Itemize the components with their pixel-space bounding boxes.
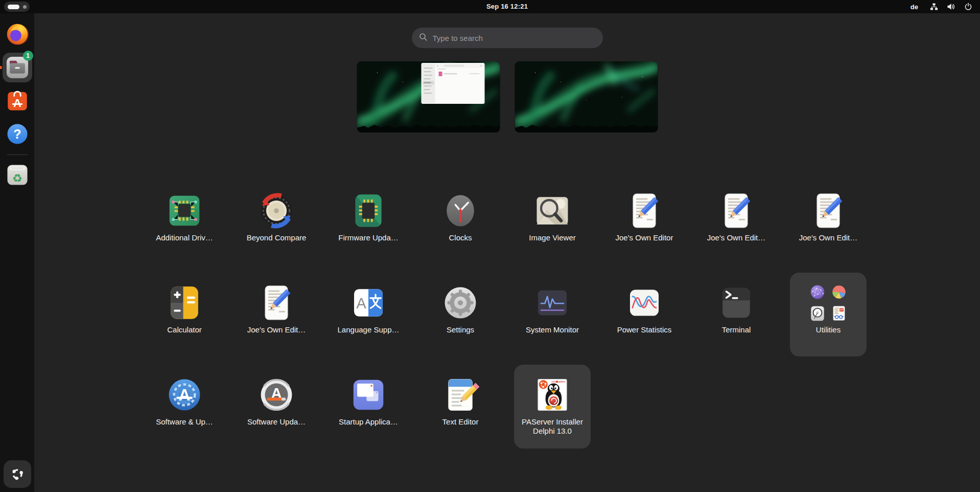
- image-viewer-icon: [532, 191, 572, 231]
- svg-text:♻: ♻: [12, 172, 22, 185]
- app-label: Power Statistics: [617, 325, 672, 334]
- ubuntu-logo-icon: [7, 463, 28, 485]
- software-and-updates-icon: A: [165, 375, 204, 415]
- language-support-icon: A: [348, 283, 388, 323]
- log-viewer-icon: [830, 305, 848, 322]
- running-indicator-dot: [0, 66, 2, 69]
- app-tile-startup-applica[interactable]: Startup Applica…: [330, 365, 407, 449]
- app-tile-text-editor[interactable]: Text Editor: [422, 365, 499, 449]
- workspace-dot-inactive: [23, 5, 27, 9]
- search-bar[interactable]: [412, 28, 603, 48]
- app-tile-joe-s-own-edit[interactable]: Joe's Own Edit…: [698, 181, 775, 264]
- dash-dock: 1A?♻: [0, 13, 34, 492]
- folder-preview: [808, 283, 848, 323]
- app-tile-power-statistics[interactable]: Power Statistics: [606, 273, 683, 356]
- app-tile-language-supp[interactable]: ALanguage Supp…: [330, 273, 407, 356]
- activities-overview: Sep 16 12:21 de 1A?♻: [0, 0, 980, 492]
- app-tile-additional-driv[interactable]: Additional Driv…: [146, 181, 223, 264]
- app-label: Firmware Upda…: [338, 233, 399, 242]
- dock-item-app-center[interactable]: A: [3, 86, 32, 116]
- workspace-dot-active: [8, 5, 19, 9]
- app-label: Joe's Own Edit…: [707, 233, 766, 242]
- dock-item-help[interactable]: ?: [3, 119, 32, 149]
- firmware-updater-icon: [348, 191, 388, 231]
- svg-text:A: A: [179, 386, 191, 404]
- top-bar: Sep 16 12:21 de: [0, 0, 980, 13]
- app-label: Terminal: [722, 325, 751, 334]
- app-tile-beyond-compare[interactable]: Beyond Compare: [238, 181, 315, 264]
- app-label: Joe's Own Edit…: [247, 325, 306, 334]
- network-tools-icon: [809, 283, 826, 301]
- joe-editor-icon: [808, 191, 848, 231]
- software-updater-icon: A: [256, 375, 296, 415]
- keyboard-layout-indicator[interactable]: de: [911, 3, 918, 11]
- app-label: Beyond Compare: [247, 233, 307, 242]
- network-icon[interactable]: [930, 3, 938, 11]
- firefox-icon: [5, 21, 30, 47]
- app-tile-system-monitor[interactable]: System Monitor: [514, 273, 591, 356]
- app-label: Software Upda…: [247, 417, 306, 427]
- clock-button[interactable]: Sep 16 12:21: [34, 0, 980, 13]
- app-label: Clocks: [449, 233, 472, 242]
- overview-content: Additional Driv…Beyond CompareFirmware U…: [34, 13, 980, 492]
- app-label: Text Editor: [442, 417, 479, 427]
- mini-files-window: [421, 63, 484, 104]
- dock-item-trash[interactable]: ♻: [3, 160, 32, 190]
- terminal-icon: [716, 283, 756, 323]
- svg-text:A: A: [13, 97, 21, 109]
- startup-applications-icon: [348, 375, 388, 415]
- app-center-icon: A: [5, 88, 30, 114]
- app-grid: Additional Driv…Beyond CompareFirmware U…: [138, 181, 874, 457]
- quick-settings[interactable]: de: [911, 0, 980, 13]
- system-monitor-icon: [532, 283, 572, 323]
- text-editor-icon: [440, 375, 480, 415]
- app-tile-software-upda[interactable]: ASoftware Upda…: [238, 365, 315, 449]
- app-label: Utilities: [816, 325, 841, 334]
- notification-badge: 1: [23, 51, 33, 61]
- app-tile-joe-s-own-editor[interactable]: Joe's Own Editor: [606, 181, 683, 264]
- power-statistics-icon: [624, 283, 664, 323]
- settings-icon: [440, 283, 480, 323]
- app-tile-joe-s-own-edit[interactable]: Joe's Own Edit…: [790, 181, 867, 264]
- search-input[interactable]: [433, 34, 596, 42]
- app-tile-terminal[interactable]: Terminal: [698, 273, 775, 356]
- svg-text:mbarcadero: mbarcadero: [551, 380, 565, 383]
- volume-icon[interactable]: [947, 3, 955, 11]
- show-apps-button[interactable]: [4, 460, 31, 488]
- workspace-thumbnail-2[interactable]: [515, 61, 658, 132]
- app-tile-calculator[interactable]: Calculator: [146, 273, 223, 356]
- joe-editor-icon: [256, 283, 296, 323]
- dock-item-files[interactable]: 1: [3, 53, 32, 82]
- beyond-compare-icon: [256, 191, 296, 231]
- app-tile-clocks[interactable]: Clocks: [422, 181, 499, 264]
- app-label: Calculator: [167, 325, 202, 334]
- app-folder-utilities[interactable]: Utilities: [790, 273, 867, 356]
- app-label: Additional Driv…: [156, 233, 213, 242]
- app-label: Software & Up…: [156, 417, 213, 427]
- clocks-icon: [440, 191, 480, 231]
- workspace-thumbnail-1[interactable]: [357, 61, 500, 132]
- app-label: System Monitor: [526, 325, 579, 334]
- app-tile-software-up[interactable]: ASoftware & Up…: [146, 365, 223, 449]
- app-tile-image-viewer[interactable]: Image Viewer: [514, 181, 591, 264]
- app-tile-paserver-installer-delphi-13-0[interactable]: mbarcaderoPAServer Installer Delphi 13.0: [514, 365, 591, 449]
- additional-drivers-icon: [165, 191, 204, 231]
- app-label: PAServer Installer Delphi 13.0: [515, 417, 590, 436]
- power-icon[interactable]: [964, 3, 972, 11]
- calculator-icon: [165, 283, 204, 323]
- pie-chart-icon: [830, 283, 848, 301]
- help-icon: ?: [5, 121, 30, 147]
- dock-item-firefox[interactable]: [3, 19, 32, 49]
- disks-icon: [809, 305, 826, 322]
- dock-separator: [7, 154, 28, 155]
- app-tile-joe-s-own-edit[interactable]: Joe's Own Edit…: [238, 273, 315, 356]
- svg-text:?: ?: [13, 127, 21, 141]
- app-label: Language Supp…: [338, 325, 400, 334]
- search-icon: [419, 33, 428, 43]
- app-tile-settings[interactable]: Settings: [422, 273, 499, 356]
- app-tile-firmware-upda[interactable]: Firmware Upda…: [330, 181, 407, 264]
- workspace-indicator[interactable]: [4, 2, 30, 12]
- app-label: Joe's Own Edit…: [799, 233, 858, 242]
- paserver-icon: mbarcadero: [532, 375, 572, 415]
- app-label: Joe's Own Editor: [616, 233, 673, 242]
